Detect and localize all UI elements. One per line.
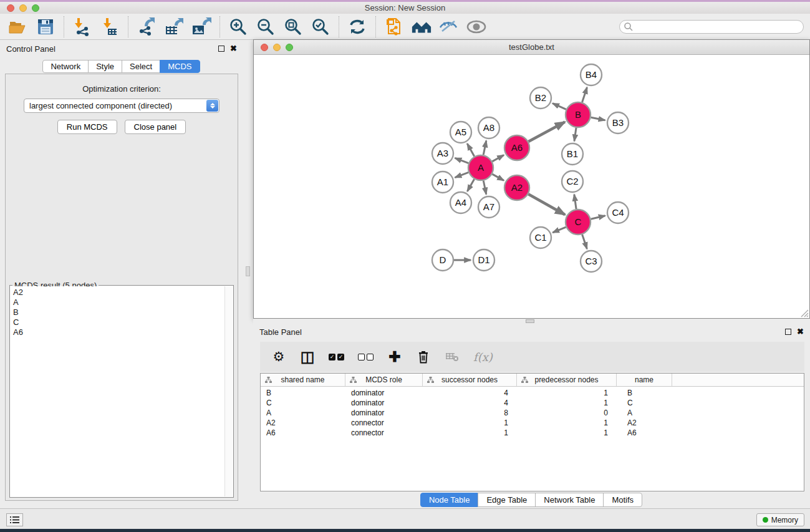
node-D[interactable]: D — [432, 249, 453, 271]
edge-A-A1[interactable] — [455, 172, 469, 177]
cell-MCDS-role[interactable]: connector — [345, 418, 423, 427]
cell-name[interactable]: A6 — [617, 428, 672, 437]
cell-MCDS-role[interactable]: dominator — [345, 389, 423, 397]
tab-network[interactable]: Network — [42, 60, 89, 73]
zoom-out-icon[interactable] — [255, 17, 276, 37]
close-table-panel-icon[interactable]: ✖ — [797, 329, 804, 335]
add-column-icon[interactable]: ✚ — [387, 347, 402, 366]
edge-A-A5[interactable] — [467, 143, 474, 156]
cell-name[interactable]: A — [617, 409, 672, 417]
open-session-icon[interactable] — [7, 17, 29, 37]
node-B2[interactable]: B2 — [530, 87, 551, 109]
cell-successor-nodes[interactable]: 4 — [423, 389, 517, 397]
table-tab-network-table[interactable]: Network Table — [535, 493, 604, 507]
node-C2[interactable]: C2 — [562, 171, 583, 192]
table-tab-node-table[interactable]: Node Table — [420, 493, 479, 507]
edge-B-B4[interactable] — [582, 87, 587, 102]
table-settings-icon[interactable]: ⚙ — [271, 347, 286, 366]
show-columns-icon[interactable]: ◫ — [300, 347, 315, 366]
tab-select[interactable]: Select — [122, 60, 160, 73]
cell-predecessor-nodes[interactable]: 0 — [517, 409, 617, 417]
net-zoom-button[interactable] — [286, 44, 293, 51]
table-row[interactable]: A2connector11A2 — [261, 418, 804, 428]
cell-shared-name[interactable]: A6 — [261, 428, 345, 437]
zoom-window-button[interactable] — [32, 4, 39, 12]
column-header-successor-nodes[interactable]: successor nodes — [423, 374, 517, 386]
node-A1[interactable]: A1 — [432, 172, 453, 193]
close-panel-icon[interactable]: ✖ — [230, 46, 237, 52]
run-mcds-button[interactable]: Run MCDS — [57, 120, 117, 134]
network-canvas[interactable]: B4B2BB3A8A5A6A3B1AA1C2A2A4A7C4CC1DD1C3 — [254, 55, 809, 318]
mcds-result-list[interactable]: A2ABCA6 — [11, 286, 224, 496]
table-tab-motifs[interactable]: Motifs — [603, 493, 642, 507]
task-history-button[interactable] — [6, 513, 23, 526]
minimize-window-button[interactable] — [19, 4, 27, 12]
node-C4[interactable]: C4 — [607, 202, 629, 223]
cell-shared-name[interactable]: B — [261, 389, 345, 397]
zoom-in-icon[interactable] — [228, 17, 249, 37]
import-network-icon[interactable] — [72, 17, 93, 37]
table-tab-edge-table[interactable]: Edge Table — [478, 493, 536, 507]
edge-C-C1[interactable] — [552, 227, 566, 233]
cell-name[interactable]: C — [617, 399, 672, 407]
save-session-icon[interactable] — [35, 17, 56, 37]
node-C3[interactable]: C3 — [581, 251, 602, 272]
table-row[interactable]: A6connector11A6 — [261, 428, 804, 438]
node-table[interactable]: shared nameMCDS rolesuccessor nodesprede… — [260, 373, 804, 491]
cell-shared-name[interactable]: A2 — [261, 418, 345, 427]
node-B4[interactable]: B4 — [581, 64, 602, 85]
tab-mcds[interactable]: MCDS — [160, 60, 200, 73]
horizontal-split-divider[interactable] — [253, 319, 810, 324]
cell-MCDS-role[interactable]: dominator — [345, 409, 423, 417]
result-item[interactable]: C — [13, 317, 222, 327]
float-panel-icon[interactable] — [218, 46, 224, 52]
edge-B-B1[interactable] — [574, 128, 576, 141]
node-A[interactable]: A — [468, 155, 493, 180]
edge-A-A4[interactable] — [467, 179, 474, 191]
edge-A-A8[interactable] — [483, 141, 486, 155]
cell-MCDS-role[interactable]: dominator — [345, 399, 423, 407]
cell-successor-nodes[interactable]: 1 — [423, 418, 517, 427]
edge-A2-C[interactable] — [528, 194, 565, 215]
column-header-shared-name[interactable]: shared name — [261, 374, 345, 386]
edge-A-A2[interactable] — [492, 174, 504, 180]
resize-grip-icon[interactable] — [799, 308, 809, 317]
new-network-icon[interactable] — [383, 17, 405, 37]
refresh-icon[interactable] — [347, 17, 368, 37]
edge-A-A3[interactable] — [455, 158, 469, 163]
cell-MCDS-role[interactable]: connector — [345, 428, 423, 437]
hide-selected-icon[interactable] — [438, 17, 460, 37]
edge-C-C3[interactable] — [582, 235, 587, 249]
table-row[interactable]: Adominator80A — [261, 408, 804, 418]
column-header-predecessor-nodes[interactable]: predecessor nodes — [517, 374, 617, 386]
show-selected-icon[interactable] — [466, 17, 487, 37]
edge-A-A6[interactable] — [492, 155, 504, 162]
cell-name[interactable]: A2 — [617, 418, 672, 427]
close-panel-button[interactable]: Close panel — [125, 120, 186, 134]
zoom-fit-icon[interactable] — [282, 17, 304, 37]
cell-successor-nodes[interactable]: 8 — [423, 409, 517, 417]
cell-predecessor-nodes[interactable]: 1 — [517, 418, 617, 427]
node-A8[interactable]: A8 — [478, 117, 499, 138]
tab-style[interactable]: Style — [88, 60, 122, 73]
node-A2[interactable]: A2 — [504, 175, 529, 200]
cell-predecessor-nodes[interactable]: 1 — [517, 399, 617, 407]
column-header-name[interactable]: name — [617, 374, 672, 386]
node-B[interactable]: B — [566, 102, 591, 127]
cell-successor-nodes[interactable]: 4 — [423, 399, 517, 407]
node-A5[interactable]: A5 — [450, 122, 471, 143]
node-A6[interactable]: A6 — [504, 135, 529, 160]
cell-shared-name[interactable]: C — [261, 399, 345, 407]
optimization-criterion-select[interactable]: largest connected component (directed) — [24, 99, 219, 113]
node-A4[interactable]: A4 — [450, 192, 471, 213]
cell-successor-nodes[interactable]: 1 — [423, 428, 517, 437]
export-network-icon[interactable] — [136, 17, 157, 37]
search-field[interactable] — [619, 20, 804, 34]
zoom-selected-icon[interactable] — [310, 17, 331, 37]
export-image-icon[interactable] — [191, 17, 212, 37]
search-input[interactable] — [634, 22, 803, 31]
cell-predecessor-nodes[interactable]: 1 — [517, 428, 617, 437]
edge-B-B3[interactable] — [591, 117, 605, 120]
result-item[interactable]: A6 — [13, 327, 222, 337]
float-table-panel-icon[interactable] — [785, 329, 791, 335]
